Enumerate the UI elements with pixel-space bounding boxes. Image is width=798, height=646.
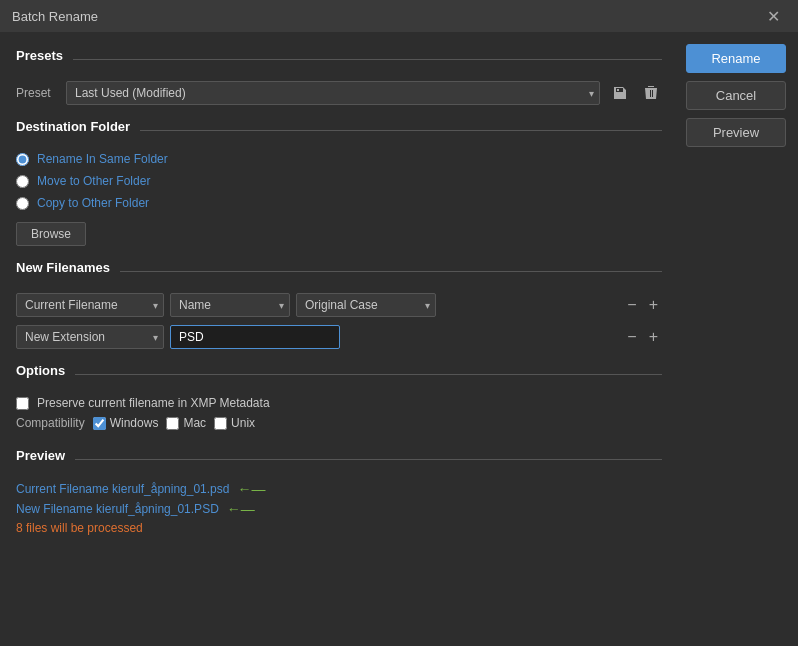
mac-checkbox[interactable] — [166, 417, 179, 430]
new-filename-label: New Filename kierulf_åpning_01.PSD — [16, 502, 219, 516]
side-panel: Rename Cancel Preview — [678, 32, 798, 646]
row2-minus-button[interactable]: − — [623, 329, 640, 345]
unix-checkbox[interactable] — [214, 417, 227, 430]
close-button[interactable]: ✕ — [761, 5, 786, 28]
extension-text-input[interactable] — [170, 325, 340, 349]
new-filenames-section: New Filenames Current Filename Custom Te… — [16, 260, 662, 349]
compatibility-row: Compatibility Windows Mac Unix — [16, 416, 662, 430]
destination-section: Destination Folder Rename In Same Folder… — [16, 119, 662, 246]
options-title: Options — [16, 363, 65, 378]
extension-type-select[interactable]: New Extension Custom Text Date Sequence — [16, 325, 164, 349]
save-preset-button[interactable] — [608, 81, 632, 105]
row2-controls: − + — [623, 329, 662, 345]
current-filename-arrow: ←— — [237, 481, 265, 497]
windows-label[interactable]: Windows — [110, 416, 159, 430]
options-section: Options Preserve current filename in XMP… — [16, 363, 662, 430]
filename-case-select[interactable]: Original Case Upper Case Lower Case — [296, 293, 436, 317]
filename-row-2: New Extension Custom Text Date Sequence … — [16, 325, 662, 349]
batch-rename-window: Batch Rename ✕ Presets Preset Last Used … — [0, 0, 798, 646]
filename-part-select-wrapper: Name Extension Full Name — [170, 293, 290, 317]
current-filename-label: Current Filename kierulf_åpning_01.psd — [16, 482, 229, 496]
windows-compat-item: Windows — [93, 416, 159, 430]
radio-same-folder-label[interactable]: Rename In Same Folder — [37, 152, 168, 166]
current-filename-line: Current Filename kierulf_åpning_01.psd ←… — [16, 481, 662, 497]
files-processed: 8 files will be processed — [16, 521, 662, 535]
new-filenames-title: New Filenames — [16, 260, 110, 275]
filename-row-1: Current Filename Custom Text Date Sequen… — [16, 293, 662, 317]
radio-same-folder-input[interactable] — [16, 153, 29, 166]
delete-preset-button[interactable] — [640, 81, 662, 105]
row1-plus-button[interactable]: + — [645, 297, 662, 313]
mac-compat-item: Mac — [166, 416, 206, 430]
windows-checkbox[interactable] — [93, 417, 106, 430]
row1-controls: − + — [623, 297, 662, 313]
radio-copy-folder: Copy to Other Folder — [16, 196, 662, 210]
title-bar: Batch Rename ✕ — [0, 0, 798, 32]
rename-button[interactable]: Rename — [686, 44, 786, 73]
preview-title: Preview — [16, 448, 65, 463]
preserve-checkbox-row: Preserve current filename in XMP Metadat… — [16, 396, 662, 410]
preset-label: Preset — [16, 86, 58, 100]
filename-part-select[interactable]: Name Extension Full Name — [170, 293, 290, 317]
mac-label[interactable]: Mac — [183, 416, 206, 430]
content-area: Presets Preset Last Used (Modified) Defa… — [0, 32, 798, 646]
destination-title: Destination Folder — [16, 119, 130, 134]
preserve-checkbox[interactable] — [16, 397, 29, 410]
presets-title: Presets — [16, 48, 63, 63]
new-filenames-header: New Filenames — [16, 260, 662, 283]
extension-type-select-wrapper: New Extension Custom Text Date Sequence — [16, 325, 164, 349]
preset-select[interactable]: Last Used (Modified) Default Custom — [66, 81, 600, 105]
new-filename-arrow: ←— — [227, 501, 255, 517]
preset-select-wrapper: Last Used (Modified) Default Custom — [66, 81, 600, 105]
browse-button[interactable]: Browse — [16, 222, 86, 246]
preserve-label[interactable]: Preserve current filename in XMP Metadat… — [37, 396, 270, 410]
preview-section: Preview Current Filename kierulf_åpning_… — [16, 448, 662, 535]
filename-type-select[interactable]: Current Filename Custom Text Date Sequen… — [16, 293, 164, 317]
radio-move-folder-input[interactable] — [16, 175, 29, 188]
compatibility-label: Compatibility — [16, 416, 85, 430]
radio-move-folder-label[interactable]: Move to Other Folder — [37, 174, 150, 188]
destination-header: Destination Folder — [16, 119, 662, 142]
radio-same-folder: Rename In Same Folder — [16, 152, 662, 166]
radio-move-folder: Move to Other Folder — [16, 174, 662, 188]
new-filename-line: New Filename kierulf_åpning_01.PSD ←— — [16, 501, 662, 517]
trash-icon — [644, 85, 658, 101]
cancel-button[interactable]: Cancel — [686, 81, 786, 110]
row2-plus-button[interactable]: + — [645, 329, 662, 345]
filename-type-select-wrapper: Current Filename Custom Text Date Sequen… — [16, 293, 164, 317]
radio-copy-folder-label[interactable]: Copy to Other Folder — [37, 196, 149, 210]
save-icon — [612, 85, 628, 101]
main-panel: Presets Preset Last Used (Modified) Defa… — [0, 32, 678, 646]
preset-row: Preset Last Used (Modified) Default Cust… — [16, 81, 662, 105]
destination-options: Rename In Same Folder Move to Other Fold… — [16, 152, 662, 210]
unix-label[interactable]: Unix — [231, 416, 255, 430]
preview-button[interactable]: Preview — [686, 118, 786, 147]
presets-header: Presets — [16, 48, 662, 71]
filename-case-select-wrapper: Original Case Upper Case Lower Case — [296, 293, 436, 317]
options-header: Options — [16, 363, 662, 386]
unix-compat-item: Unix — [214, 416, 255, 430]
window-title: Batch Rename — [12, 9, 98, 24]
row1-minus-button[interactable]: − — [623, 297, 640, 313]
filenames-rows: Current Filename Custom Text Date Sequen… — [16, 293, 662, 349]
presets-section: Presets Preset Last Used (Modified) Defa… — [16, 48, 662, 105]
preview-header: Preview — [16, 448, 662, 471]
radio-copy-folder-input[interactable] — [16, 197, 29, 210]
